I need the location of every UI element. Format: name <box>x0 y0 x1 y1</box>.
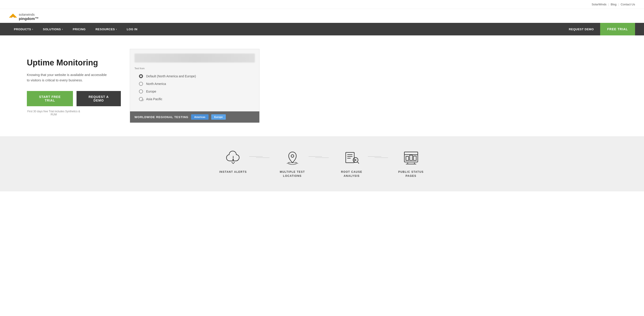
svg-line-11 <box>357 162 359 164</box>
connector-2 <box>315 157 329 158</box>
worldwide-label: WORLDWIDE REGIONAL TESTING <box>134 115 188 119</box>
option-na: North America <box>134 82 255 86</box>
resources-chevron-icon: › <box>116 28 117 31</box>
nav-left: PRODUCTS › SOLUTIONS › PRICING RESOURCES… <box>9 23 562 35</box>
logo-bar: solarwinds pingdom™ <box>0 9 644 23</box>
nav-solutions-label: SOLUTIONS <box>43 28 61 31</box>
screenshot-blurred-top <box>134 54 255 63</box>
status-pages-label: PUBLIC STATUS PAGES <box>398 170 424 178</box>
test-locations-label: MULTIPLE TEST LOCATIONS <box>280 170 305 178</box>
request-demo-button[interactable]: REQUEST A DEMO <box>76 91 121 106</box>
radio-europe <box>139 89 143 93</box>
nav-products-label: PRODUCTS <box>14 28 31 31</box>
pingdom-logo-icon <box>9 14 17 20</box>
connector-1 <box>256 157 270 158</box>
nav-item-login[interactable]: LOG IN <box>122 23 142 35</box>
option-apac: ☞ Asia Pacific <box>134 97 255 101</box>
feature-status-pages: PUBLIC STATUS PAGES <box>388 150 434 178</box>
option-default-label: Default (North America and Europe) <box>146 74 196 78</box>
radio-apac: ☞ <box>139 97 143 101</box>
nav-request-demo-button[interactable]: REQUEST DEMO <box>562 23 600 35</box>
main-nav: PRODUCTS › SOLUTIONS › PRICING RESOURCES… <box>0 23 644 35</box>
pingdom-logo-text: pingdom™ <box>19 17 39 21</box>
features-section: INSTANT ALERTS MULTIPLE TEST LOCATIONS <box>0 136 644 191</box>
svg-rect-17 <box>410 155 412 161</box>
screenshot-label-row: Test from <box>134 67 255 70</box>
logo-text: solarwinds pingdom™ <box>19 13 39 21</box>
hero-description: Knowing that your website is available a… <box>27 72 108 83</box>
solutions-chevron-icon: › <box>62 28 63 31</box>
hero-right: Test from Default (North America and Eur… <box>130 49 635 123</box>
nav-item-products[interactable]: PRODUCTS › <box>9 23 38 35</box>
feature-instant-alerts: INSTANT ALERTS <box>210 150 256 174</box>
svg-rect-16 <box>406 156 408 161</box>
option-apac-label: Asia Pacific <box>146 97 162 101</box>
start-free-trial-button[interactable]: START FREE TRIAL <box>27 91 73 106</box>
nav-free-trial-button[interactable]: FREE TRIAL <box>600 23 635 35</box>
svg-point-4 <box>291 155 294 157</box>
features-grid: INSTANT ALERTS MULTIPLE TEST LOCATIONS <box>210 150 434 178</box>
feature-test-locations: MULTIPLE TEST LOCATIONS <box>270 150 315 178</box>
logo-container: solarwinds pingdom™ <box>9 13 635 21</box>
feature-root-cause: ROOT CAUSE ANALYSIS <box>329 150 374 178</box>
nav-resources-label: RESOURCES <box>96 28 115 31</box>
nav-right: REQUEST DEMO FREE TRIAL <box>562 23 635 35</box>
radio-na <box>139 82 143 86</box>
connector-3 <box>374 157 388 158</box>
americas-button: Americas <box>191 114 208 120</box>
option-europe: Europe <box>134 89 255 93</box>
location-pin-icon <box>285 150 300 166</box>
products-chevron-icon: › <box>32 28 33 31</box>
nav-item-resources[interactable]: RESOURCES › <box>91 23 122 35</box>
instant-alerts-label: INSTANT ALERTS <box>219 170 247 174</box>
status-pages-icon <box>403 150 419 166</box>
option-na-label: North America <box>146 82 166 86</box>
contact-us-link[interactable]: Contact Us <box>621 3 635 6</box>
top-links: SolarWinds | Blog | Contact Us <box>592 3 635 6</box>
nav-login-label: LOG IN <box>127 28 138 31</box>
top-bar: SolarWinds | Blog | Contact Us <box>0 0 644 9</box>
solarwinds-link[interactable]: SolarWinds <box>592 3 606 6</box>
hero-title: Uptime Monitoring <box>27 58 121 67</box>
svg-rect-6 <box>346 152 354 163</box>
hero-buttons: START FREE TRIAL REQUEST A DEMO <box>27 91 121 106</box>
radio-default <box>139 74 143 78</box>
test-from-label: Test from <box>134 67 144 70</box>
option-europe-label: Europe <box>146 90 156 93</box>
screenshot-container: Test from Default (North America and Eur… <box>130 49 260 123</box>
hero-left: Uptime Monitoring Knowing that your webs… <box>27 49 121 116</box>
nav-item-pricing[interactable]: PRICING <box>68 23 91 35</box>
screenshot-bottom-bar: WORLDWIDE REGIONAL TESTING Americas Euro… <box>130 111 259 123</box>
trial-note: First 30 days free Trial includes Synthe… <box>27 110 80 116</box>
separator-1: | <box>608 3 609 6</box>
root-cause-icon <box>344 150 360 166</box>
europe-button: Europe <box>211 114 226 120</box>
alert-cloud-icon <box>225 150 241 166</box>
solarwinds-logo-text: solarwinds <box>19 13 39 17</box>
root-cause-label: ROOT CAUSE ANALYSIS <box>341 170 362 178</box>
svg-rect-18 <box>414 156 416 161</box>
nav-item-solutions[interactable]: SOLUTIONS › <box>38 23 68 35</box>
separator-2: | <box>618 3 619 6</box>
svg-point-3 <box>233 159 234 160</box>
nav-pricing-label: PRICING <box>73 28 86 31</box>
hero-section: Uptime Monitoring Knowing that your webs… <box>0 35 644 136</box>
option-default: Default (North America and Europe) <box>134 74 255 78</box>
blog-link[interactable]: Blog <box>611 3 616 6</box>
